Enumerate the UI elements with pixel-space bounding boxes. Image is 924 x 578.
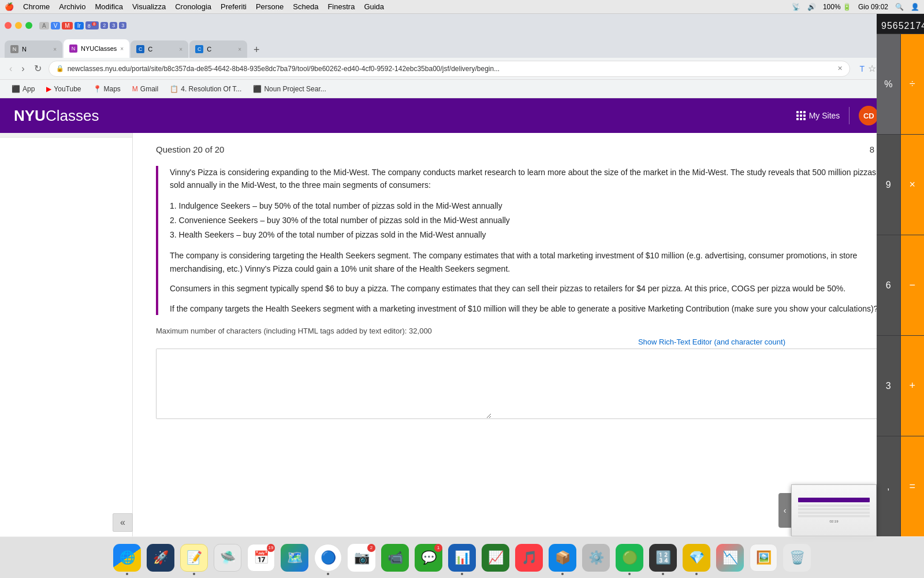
calc-9-button[interactable]: 9: [877, 135, 900, 235]
dock-system-prefs[interactable]: ⚙️: [581, 543, 611, 573]
dock-grapher[interactable]: 📉: [715, 543, 745, 573]
preview-header-bar: [798, 498, 870, 502]
back-button[interactable]: ‹: [7, 61, 14, 76]
tab-close-1[interactable]: ×: [53, 46, 57, 53]
close-window-button[interactable]: [5, 22, 12, 29]
tab-3[interactable]: C C ×: [131, 40, 188, 58]
tab-2-active[interactable]: N NYUClasses ×: [64, 39, 129, 58]
notes-icon: 📝: [180, 544, 208, 572]
calculator-buttons: % ÷ 9 × 6 − 3 + , =: [877, 34, 924, 536]
youtube-icon: ▶: [46, 85, 51, 93]
dock-chrome[interactable]: 🔵: [313, 543, 343, 573]
menu-finestra[interactable]: Finestra: [327, 2, 355, 11]
bookmark-star-icon[interactable]: ☆: [868, 63, 876, 74]
dock-calendar[interactable]: 📅 19: [246, 543, 276, 573]
dock-music[interactable]: 🎵: [514, 543, 544, 573]
ext-badge-1[interactable]: 8 8: [85, 21, 99, 29]
ext-badge-3[interactable]: 3: [110, 22, 117, 29]
dock-keynote[interactable]: 📊: [447, 543, 477, 573]
maps-icon: 📍: [93, 85, 102, 93]
answer-textarea[interactable]: [157, 349, 491, 418]
tab-close-3[interactable]: ×: [179, 46, 182, 53]
clear-url-icon[interactable]: ✕: [837, 65, 843, 72]
dock-finder[interactable]: 🌐: [112, 543, 142, 573]
tab-close-4[interactable]: ×: [238, 46, 241, 53]
ext-icon-4[interactable]: Ir: [74, 22, 84, 29]
dock-spotify[interactable]: 🟢: [614, 543, 644, 573]
ext-icon-2[interactable]: V: [51, 22, 61, 29]
menu-modifica[interactable]: Modifica: [95, 2, 123, 11]
calc-plus-button[interactable]: +: [901, 336, 925, 436]
app-grid-icon: ⬛: [12, 85, 20, 93]
dock-preview[interactable]: 🖼️: [748, 543, 778, 573]
bookmark-resolution[interactable]: 📋 4. Resolution Of T...: [165, 84, 246, 94]
header-divider: [849, 107, 850, 124]
tab-1[interactable]: N N ×: [5, 40, 62, 58]
apple-menu[interactable]: 🍎: [5, 2, 14, 11]
spotlight-icon[interactable]: 🔍: [895, 3, 904, 11]
menu-visualizza[interactable]: Visualizza: [132, 2, 166, 11]
menu-guida[interactable]: Guida: [364, 2, 384, 11]
numbers-icon: 📈: [482, 544, 509, 572]
spotify-dot: [628, 573, 631, 575]
ext-badge-4[interactable]: 3: [119, 22, 126, 29]
menu-preferiti[interactable]: Preferiti: [221, 2, 247, 11]
battery-status: 100% 🔋: [823, 3, 851, 11]
tab-label-4: C: [207, 46, 234, 53]
forward-button[interactable]: ›: [19, 61, 27, 76]
calc-comma-button[interactable]: ,: [877, 436, 900, 536]
mac-dock: 🌐 🚀 📝 🛸 📅 19 🗺️ 🔵 📷: [0, 536, 924, 578]
dock-numbers[interactable]: 📈: [480, 543, 511, 573]
dock-launchpad[interactable]: 🚀: [146, 543, 176, 573]
dock-trash[interactable]: 🗑️: [782, 543, 812, 573]
tab-label-3: C: [148, 46, 176, 53]
new-tab-button[interactable]: +: [248, 42, 264, 58]
ext-badge-2[interactable]: 2: [100, 22, 108, 29]
bookmark-app[interactable]: ⬛ App: [7, 84, 39, 94]
dock-notes[interactable]: 📝: [179, 543, 209, 573]
calc-3-button[interactable]: 3: [877, 336, 900, 436]
dock-photos[interactable]: 📷 2: [346, 543, 377, 573]
menu-chrome[interactable]: Chrome: [23, 2, 50, 11]
rich-text-editor-link[interactable]: Show Rich-Text Editor (and character cou…: [156, 338, 785, 346]
nyu-logo[interactable]: NYUClasses: [14, 107, 99, 125]
tab-4[interactable]: C C ×: [189, 40, 247, 58]
menu-persone[interactable]: Persone: [256, 2, 284, 11]
reload-button[interactable]: ↻: [32, 61, 44, 76]
minimize-window-button[interactable]: [15, 22, 22, 29]
user-icon[interactable]: 👤: [911, 3, 919, 11]
user-avatar: CD: [859, 106, 878, 125]
maximize-window-button[interactable]: [25, 22, 32, 29]
tab-label-1: N: [22, 46, 50, 53]
calc-percent-button[interactable]: %: [877, 34, 900, 134]
menu-archivio[interactable]: Archivio: [59, 2, 85, 11]
calc-equals-button[interactable]: =: [901, 436, 925, 536]
dock-calculator-app[interactable]: 🔢: [648, 543, 678, 573]
calc-multiply-button[interactable]: ×: [901, 135, 925, 235]
preview-chevron-left[interactable]: ‹: [778, 493, 791, 528]
url-bar[interactable]: 🔒 newclasses.nyu.edu/portal/site/b8c357d…: [49, 61, 851, 77]
bookmark-gmail[interactable]: M Gmail: [128, 84, 163, 94]
dock-facetime[interactable]: 📹: [380, 543, 410, 573]
menu-cronologia[interactable]: Cronologia: [175, 2, 211, 11]
dock-messages[interactable]: 💬 1: [413, 543, 444, 573]
dock-rocket[interactable]: 🛸: [213, 543, 243, 573]
dock-maps[interactable]: 🗺️: [280, 543, 310, 573]
bookmark-youtube[interactable]: ▶ YouTube: [42, 84, 85, 94]
tab-close-2[interactable]: ×: [120, 46, 124, 52]
calc-6-button[interactable]: 6: [877, 235, 900, 335]
calc-divide-button[interactable]: ÷: [901, 34, 925, 134]
calc-minus-button[interactable]: −: [901, 235, 925, 335]
menu-scheda[interactable]: Scheda: [293, 2, 318, 11]
translate-icon[interactable]: T: [859, 64, 865, 73]
my-sites-button[interactable]: My Sites: [796, 111, 840, 120]
back-navigation-button[interactable]: «: [113, 513, 133, 532]
ext-icon-1[interactable]: A: [39, 22, 49, 29]
bookmark-noun[interactable]: ⬛ Noun Project Sear...: [248, 84, 330, 94]
dock-sketch[interactable]: 💎: [681, 543, 711, 573]
dock-app-store[interactable]: 📦: [547, 543, 578, 573]
ext-icon-3[interactable]: M: [62, 22, 72, 29]
preview-row-4: [798, 515, 870, 517]
traffic-lights[interactable]: [5, 22, 32, 29]
bookmark-maps[interactable]: 📍 Maps: [88, 84, 125, 94]
